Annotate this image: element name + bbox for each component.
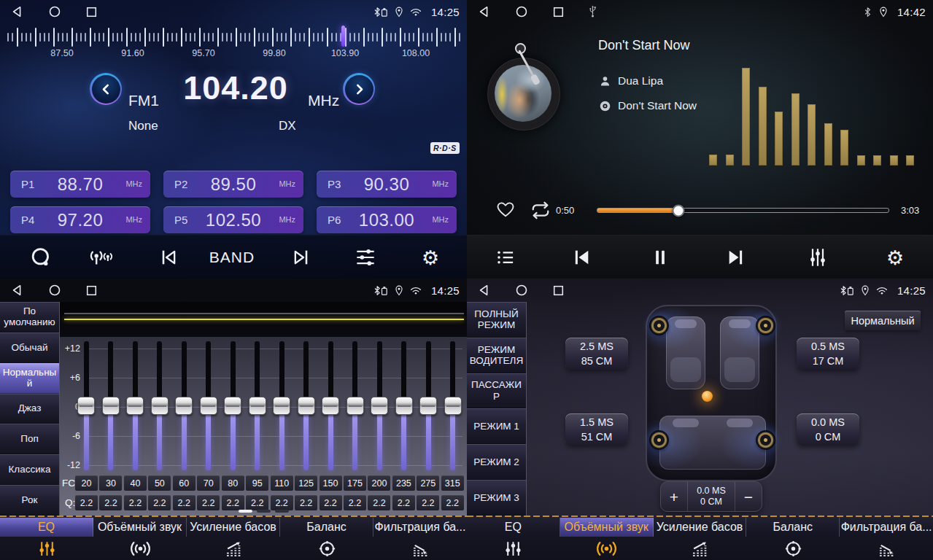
fc-value[interactable]: 60 xyxy=(173,475,195,491)
nav-home-icon[interactable] xyxy=(48,284,61,297)
nav-home-icon[interactable] xyxy=(48,5,61,18)
eq-band-slider[interactable] xyxy=(295,335,317,474)
slider-thumb[interactable] xyxy=(102,397,120,415)
fc-value[interactable]: 20 xyxy=(75,475,98,491)
listening-mode-item[interactable]: ПАССАЖИР xyxy=(467,373,526,409)
nav-home-icon[interactable] xyxy=(515,284,528,297)
nav-recents-icon[interactable] xyxy=(85,284,98,297)
q-value[interactable]: 2.2 xyxy=(320,495,342,510)
nav-recents-icon[interactable] xyxy=(85,6,98,18)
q-value[interactable]: 2.2 xyxy=(197,495,220,510)
seek-down-button[interactable] xyxy=(90,73,122,105)
settings-gear-icon[interactable]: ⚙ xyxy=(417,247,444,268)
eq-preset-item[interactable]: Рок xyxy=(0,485,59,516)
preset-button[interactable]: P5 102.50 MHz xyxy=(163,206,303,233)
eq-band-slider[interactable] xyxy=(75,335,97,474)
preset-button[interactable]: P2 89.50 MHz xyxy=(163,171,303,198)
eq-band-slider[interactable] xyxy=(173,335,195,474)
eq-band-slider[interactable] xyxy=(198,335,220,474)
tab-eq[interactable]: EQ xyxy=(0,516,93,560)
slider-thumb[interactable] xyxy=(395,397,413,415)
slider-thumb[interactable] xyxy=(371,397,388,415)
fc-value[interactable]: 150 xyxy=(320,475,342,491)
increase-delay-button[interactable]: + xyxy=(661,482,687,511)
q-value[interactable]: 2.2 xyxy=(124,495,147,510)
eq-preset-item[interactable]: Нормальный xyxy=(0,363,59,394)
slider-thumb[interactable] xyxy=(444,397,462,415)
tab-bass-boost[interactable]: Усиление басов xyxy=(654,516,747,560)
fc-value[interactable]: 275 xyxy=(417,475,439,491)
delay-rear-left-button[interactable]: 1.5 MS 51 CM xyxy=(565,413,628,446)
eq-preset-item[interactable]: По умолчанию xyxy=(0,302,59,332)
band-button[interactable]: BAND xyxy=(205,248,259,267)
eq-band-slider[interactable] xyxy=(222,335,244,474)
listening-mode-item[interactable]: РЕЖИМ 3 xyxy=(467,480,526,516)
preset-button[interactable]: P4 97.20 MHz xyxy=(10,206,150,233)
nav-recents-icon[interactable] xyxy=(552,6,565,18)
slider-thumb[interactable] xyxy=(175,397,193,415)
listening-mode-item[interactable]: ПОЛНЫЙ РЕЖИМ xyxy=(467,302,526,338)
slider-thumb[interactable] xyxy=(322,397,339,415)
fc-value[interactable]: 30 xyxy=(99,475,122,491)
slider-thumb[interactable] xyxy=(126,397,144,415)
tab-eq[interactable]: EQ xyxy=(467,516,560,560)
tab-balance[interactable]: Баланс xyxy=(746,516,840,560)
eq-band-slider[interactable] xyxy=(149,335,171,474)
nav-back-icon[interactable] xyxy=(11,5,24,18)
playlist-button[interactable] xyxy=(492,247,520,268)
slider-thumb[interactable] xyxy=(273,397,290,415)
q-value[interactable]: 2.2 xyxy=(99,495,122,510)
seek-up-button[interactable] xyxy=(343,73,375,105)
listening-mode-item[interactable]: РЕЖИМ 1 xyxy=(467,408,526,444)
q-value[interactable]: 2.2 xyxy=(148,495,171,510)
tab-filter[interactable]: Фильтрация ба... xyxy=(840,516,933,560)
fc-value[interactable]: 315 xyxy=(441,475,464,491)
settings-gear-icon[interactable]: ⚙ xyxy=(882,247,908,268)
equalizer-button[interactable] xyxy=(803,246,832,268)
listening-position-marker[interactable] xyxy=(702,391,713,402)
scan-button[interactable] xyxy=(26,246,55,268)
frequency-scale[interactable] xyxy=(7,26,461,48)
eq-band-slider[interactable] xyxy=(124,335,146,474)
preset-button[interactable]: P3 90.30 MHz xyxy=(317,171,457,198)
favorite-button[interactable] xyxy=(492,200,519,219)
broadcast-pty-button[interactable] xyxy=(85,247,118,268)
eq-band-slider[interactable] xyxy=(100,335,122,474)
q-value[interactable]: 2.2 xyxy=(173,495,195,510)
nav-home-icon[interactable] xyxy=(515,5,528,18)
fc-value[interactable]: 80 xyxy=(222,475,244,491)
tab-surround[interactable]: Объёмный звук xyxy=(560,516,654,560)
fc-value[interactable]: 50 xyxy=(148,475,171,491)
next-station-button[interactable] xyxy=(287,246,316,268)
tab-surround[interactable]: Объёмный звук xyxy=(93,516,187,560)
eq-preset-item[interactable]: Обычай xyxy=(0,332,59,363)
slider-thumb[interactable] xyxy=(419,397,437,415)
q-value[interactable]: 2.2 xyxy=(417,495,439,510)
delay-front-left-button[interactable]: 2.5 MS 85 CM xyxy=(565,338,628,370)
eq-band-slider[interactable] xyxy=(393,335,415,474)
fc-value[interactable]: 200 xyxy=(368,475,390,491)
q-value[interactable]: 2.2 xyxy=(271,495,293,510)
slider-thumb[interactable] xyxy=(77,397,95,415)
eq-preset-item[interactable]: Классика xyxy=(0,454,59,485)
delay-front-right-button[interactable]: 0.5 MS 17 CM xyxy=(797,338,859,370)
slider-thumb[interactable] xyxy=(224,397,241,415)
fc-value[interactable]: 95 xyxy=(246,475,268,491)
preset-button[interactable]: P1 88.70 MHz xyxy=(10,171,150,198)
pause-button[interactable] xyxy=(646,246,675,268)
eq-band-slider[interactable] xyxy=(247,335,268,474)
nav-back-icon[interactable] xyxy=(11,284,24,297)
eq-band-slider[interactable] xyxy=(417,335,439,474)
fc-value[interactable]: 110 xyxy=(271,475,293,491)
q-value[interactable]: 2.2 xyxy=(75,495,98,510)
tab-bass-boost[interactable]: Усиление басов xyxy=(187,516,280,560)
previous-track-button[interactable] xyxy=(567,246,596,268)
sound-preset-button[interactable]: Нормальный xyxy=(845,311,921,330)
slider-thumb[interactable] xyxy=(347,397,364,415)
next-track-button[interactable] xyxy=(721,246,751,268)
preset-button[interactable]: P6 103.00 MHz xyxy=(317,206,457,233)
q-value[interactable]: 2.2 xyxy=(295,495,317,510)
previous-station-button[interactable] xyxy=(154,246,183,268)
q-value[interactable]: 2.2 xyxy=(344,495,366,510)
eq-preset-item[interactable]: Джаз xyxy=(0,394,59,424)
